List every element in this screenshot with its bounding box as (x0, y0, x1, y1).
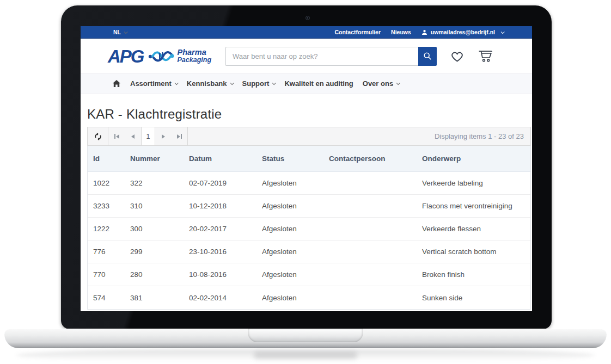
displaying-items-status: Displaying items 1 - 23 of 23 (435, 127, 530, 145)
laptop-lid-notch (248, 329, 363, 342)
nav-label: Kwaliteit en auditing (284, 79, 353, 88)
table-row[interactable]: 3233 310 10-12-2018 Afgesloten Flacons m… (88, 195, 530, 218)
laptop-mockup: NL Contactformulier Nieuws uwmailadres@b… (0, 0, 611, 364)
column-header-datum[interactable]: Datum (184, 146, 256, 171)
pagination-prev-button[interactable] (125, 127, 141, 145)
nav-kennisbank[interactable]: Kennisbank (187, 79, 233, 88)
wishlist-button[interactable] (450, 49, 465, 63)
refresh-button[interactable] (88, 127, 108, 145)
chevron-down-icon (272, 81, 276, 85)
table-row[interactable]: 770 280 10-08-2016 Afgesloten Broken fin… (88, 263, 530, 286)
user-account-menu[interactable]: uwmailadres@bedrijf.nl (421, 29, 504, 35)
nav-assortiment[interactable]: Assortiment (130, 79, 178, 88)
nav-kwaliteit-en-auditing[interactable]: Kwaliteit en auditing (284, 79, 353, 88)
cell-id: 3233 (88, 195, 125, 217)
cell-id: 574 (88, 286, 125, 309)
first-page-icon (114, 134, 115, 139)
cell-datum: 02-02-2014 (184, 286, 256, 309)
cell-contactpersoon (323, 286, 417, 309)
page-content: KAR - Klachtregistratie (81, 94, 532, 310)
dna-helix-icon (148, 47, 174, 65)
logo-tagline-line2: Packaging (178, 57, 212, 64)
cell-id: 1022 (88, 172, 125, 194)
logo-tagline: Pharma Packaging (178, 48, 212, 64)
cell-onderwerp: Broken finish (417, 263, 530, 286)
nav-support[interactable]: Support (242, 79, 276, 88)
table-row[interactable]: 776 299 23-10-2016 Afgesloten Vertical s… (88, 240, 530, 263)
user-icon (421, 29, 427, 35)
column-header-nummer[interactable]: Nummer (125, 146, 184, 171)
search-button[interactable] (418, 47, 437, 66)
laptop-base (4, 329, 607, 348)
cell-contactpersoon (323, 218, 417, 240)
table-row[interactable]: 1222 300 20-02-2017 Afgesloten Verkeerde… (88, 218, 530, 240)
cell-datum: 02-07-2019 (184, 172, 256, 194)
browser-viewport: NL Contactformulier Nieuws uwmailadres@b… (81, 26, 532, 311)
cell-id: 776 (88, 240, 125, 263)
complaints-table: Id Nummer Datum Status Contactpersoon On… (87, 145, 531, 310)
cell-contactpersoon (323, 195, 417, 217)
user-email-label: uwmailadres@bedrijf.nl (431, 29, 495, 35)
cell-status: Afgesloten (256, 195, 323, 217)
shopping-cart-icon (478, 49, 493, 63)
news-link[interactable]: Nieuws (391, 29, 411, 35)
cell-status: Afgesloten (256, 172, 323, 194)
cell-onderwerp: Verkeerde labeling (417, 172, 530, 194)
contact-form-link[interactable]: Contactformulier (334, 29, 381, 35)
cart-button[interactable] (478, 49, 493, 63)
cell-datum: 23-10-2016 (184, 240, 256, 263)
table-row[interactable]: 1022 322 02-07-2019 Afgesloten Verkeerde… (88, 172, 530, 195)
cell-onderwerp: Flacons met verontreiniging (417, 195, 530, 217)
table-header-row: Id Nummer Datum Status Contactpersoon On… (88, 146, 530, 172)
search-icon (423, 52, 432, 60)
nav-label: Assortiment (130, 79, 172, 88)
cell-id: 1222 (88, 218, 125, 240)
pagination-next-button[interactable] (155, 127, 172, 145)
chevron-down-icon (396, 81, 400, 85)
pagination-last-button[interactable] (172, 127, 188, 145)
nav-label: Over ons (363, 79, 393, 88)
cell-onderwerp: Verkeerde flessen (417, 218, 530, 240)
cell-contactpersoon (323, 263, 417, 286)
chevron-down-icon (175, 81, 179, 85)
search-input[interactable] (225, 47, 418, 66)
cell-datum: 10-08-2016 (184, 263, 256, 286)
logo-tagline-line1: Pharma (178, 48, 212, 57)
heart-icon (450, 49, 465, 63)
pagination-first-button[interactable] (108, 127, 125, 145)
column-header-id[interactable]: Id (88, 146, 125, 171)
laptop-notch-reflection (254, 351, 357, 359)
pagination-current-page[interactable]: 1 (141, 127, 155, 145)
laptop-lid: NL Contactformulier Nieuws uwmailadres@b… (61, 5, 552, 329)
webcam-icon (306, 16, 310, 20)
page-title: KAR - Klachtregistratie (87, 107, 531, 122)
cell-datum: 20-02-2017 (184, 218, 256, 240)
cell-nummer: 299 (125, 240, 184, 263)
cell-contactpersoon (323, 240, 417, 263)
nav-over-ons[interactable]: Over ons (363, 79, 399, 88)
table-row[interactable]: 574 381 02-02-2014 Afgesloten Sunken sid… (88, 286, 530, 309)
refresh-icon (94, 132, 102, 141)
cell-datum: 10-12-2018 (184, 195, 256, 217)
top-utility-bar: NL Contactformulier Nieuws uwmailadres@b… (81, 26, 532, 39)
nav-label: Support (242, 79, 270, 88)
site-header: APG Pharma Packaging (81, 39, 532, 73)
prev-page-icon (131, 134, 135, 139)
column-header-onderwerp[interactable]: Onderwerp (417, 146, 530, 171)
column-header-status[interactable]: Status (256, 146, 323, 171)
cell-id: 770 (88, 263, 125, 286)
column-header-contactpersoon[interactable]: Contactpersoon (323, 146, 417, 171)
grid-toolbar: 1 Displaying items 1 - 23 of 23 (87, 127, 531, 145)
nav-home[interactable] (112, 79, 121, 88)
next-page-icon (162, 134, 165, 139)
cell-contactpersoon (323, 172, 417, 194)
last-page-icon (177, 134, 180, 139)
company-logo[interactable]: APG Pharma Packaging (108, 47, 211, 65)
language-selector[interactable]: NL (113, 29, 127, 35)
cell-nummer: 280 (125, 263, 184, 286)
cell-status: Afgesloten (256, 218, 323, 240)
chevron-down-icon (230, 81, 234, 85)
chevron-down-icon (124, 30, 128, 34)
cell-onderwerp: Vertical scratch bottom (417, 240, 530, 263)
language-label: NL (113, 29, 121, 35)
